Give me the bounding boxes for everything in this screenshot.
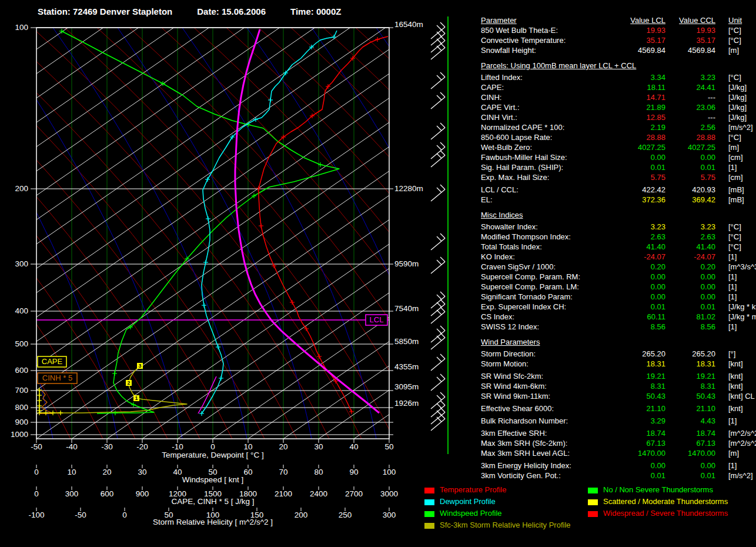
unit: [cm]	[715, 152, 751, 162]
table-row: Max 3km SRH Level AGL:1470.001470.00[m]	[481, 448, 751, 458]
unit: [J/kg]	[715, 92, 751, 102]
table-row: CAPE Virt.:21.8923.06[J/kg]	[481, 102, 751, 112]
unit: [°C]	[715, 25, 751, 35]
value-lcl: 0.00	[614, 272, 665, 282]
axis-tick-label: -50	[75, 511, 86, 519]
value-lcl: 265.20	[614, 349, 665, 359]
table-row: Total Totals Index:41.4041.40[°C]	[481, 242, 751, 252]
axis-tick-label: 2400	[310, 489, 327, 498]
param-name: CAPE Virt.:	[481, 102, 614, 112]
param-name: Sig. Hail Param. (SHIP):	[481, 162, 614, 172]
value-ccl: 0.01	[665, 471, 715, 481]
value-lcl: 0.00	[614, 152, 665, 162]
table-row: Convective Temperature:35.1735.17[°C]	[481, 35, 751, 45]
axis-tick-label: 20	[102, 468, 111, 476]
param-name: SWISS 12 Index:	[481, 322, 614, 332]
table-row: CINH:14.71---[J/kg]	[481, 92, 751, 102]
skewt-chart: 100200300400500600700800900100016540m122…	[0, 0, 470, 547]
height-label: 1926m	[394, 399, 419, 408]
legend-swatch-icon	[424, 511, 434, 517]
table-header-cell: Unit	[715, 15, 751, 25]
table-row: Effective Shear 6000:21.1021.10[knt]	[481, 403, 751, 413]
param-name: 3km Vorticity Gen. Pot.:	[481, 471, 614, 481]
legend-label: Temperature Profile	[440, 485, 506, 494]
lcl-label: LCL	[370, 315, 384, 324]
height-label: 4355m	[394, 362, 419, 371]
value-lcl: 19.21	[614, 371, 665, 381]
unit: [m]	[715, 448, 751, 458]
value-ccl: 3.23	[665, 72, 715, 82]
pressure-tick-label: 700	[15, 386, 28, 395]
value-lcl: 3.34	[614, 72, 665, 82]
axis-tick-label: 80	[314, 468, 323, 476]
value-ccl: 35.17	[665, 35, 715, 45]
table-row: Significant Tornado Param:0.000.00[1]	[481, 292, 751, 302]
height-label: 3095m	[394, 382, 419, 391]
table-row: Modified Thompson Index:2.632.63[°C]	[481, 232, 751, 242]
param-name: LCL / CCL:	[481, 185, 614, 195]
unit: [m/s^2]	[715, 122, 753, 132]
table-row: Snowfall Height:4569.844569.84[m]	[481, 45, 751, 55]
param-name: Exp. Max. Hail Size:	[481, 172, 614, 182]
axis-tick-label: 40	[173, 468, 182, 476]
table-row: 850-600 Lapse Rate:28.8828.88[°C]	[481, 132, 751, 142]
param-name: Showalter Index:	[481, 222, 614, 232]
unit: [knt]	[715, 403, 751, 413]
axis-tick-label: 20	[279, 442, 287, 451]
cinh-profile-line	[39, 390, 52, 413]
table-row: Supercell Comp. Param. LM:0.000.00[1]	[481, 282, 751, 292]
value-lcl: 3.29	[614, 416, 665, 426]
annotation-label: CAPE	[42, 357, 63, 366]
axis-tick-label: 600	[101, 489, 114, 498]
table-row: LCL / CCL:422.42420.93[mB]	[481, 185, 751, 195]
pressure-tick-label: 400	[15, 306, 28, 315]
param-name: Storm Direction:	[481, 349, 614, 359]
value-lcl: 8.56	[614, 322, 665, 332]
value-ccl: 3.23	[665, 222, 715, 232]
legend-label: Dewpoint Profile	[440, 497, 496, 506]
param-name: CAPE:	[481, 82, 614, 92]
unit: [mB]	[715, 185, 751, 195]
axis-title: Windspeed [ knt ]	[182, 475, 243, 484]
param-name: CS Index:	[481, 312, 614, 322]
unit: [1]	[715, 252, 751, 262]
table-header-cell: Parameter	[481, 15, 614, 25]
param-name: Total Totals Index:	[481, 242, 614, 252]
table-row: Lifted Index:3.343.23[°C]	[481, 72, 751, 82]
table-row: 3km Effective SRH:18.7418.74[m^2/s^2]	[481, 428, 751, 438]
value-ccl: 18.31	[665, 359, 715, 369]
sounding-app-window: Station: 72469 Denver StapletonDate: 15.…	[0, 0, 756, 547]
value-ccl: 2.63	[665, 232, 715, 242]
value-ccl: 2.56	[665, 122, 715, 132]
axis-title: CAPE, CINH * 5 [ J/kg ]	[171, 497, 254, 506]
unit: [cm]	[715, 172, 751, 182]
param-name: KO Index:	[481, 252, 614, 262]
table-row: Bulk Richardson Number:3.294.43[1]	[481, 416, 751, 426]
axis-tick-label: 90	[349, 468, 358, 476]
param-name: Modified Thompson Index:	[481, 232, 614, 242]
height-label: 9590m	[394, 259, 419, 268]
table-row: SR Wind Sfc-2km:19.2119.21[knt]	[481, 371, 751, 381]
value-lcl: 2.19	[614, 122, 665, 132]
axis-tick-label: 70	[279, 468, 287, 476]
table-row: Sig. Hail Param. (SHIP):0.010.01[1]	[481, 162, 751, 172]
axis-tick-label: 3000	[380, 489, 398, 498]
annotation-label: CINH * 5	[42, 373, 72, 382]
axis-tick-label: 0	[210, 442, 215, 451]
unit: [m^2/s^2]	[715, 438, 756, 448]
axis-tick-label: 40	[349, 442, 358, 451]
axis-tick-label: 10	[243, 442, 252, 451]
value-ccl: 50.43	[665, 391, 715, 401]
axis-tick-label: 10	[67, 468, 76, 476]
unit: [1]	[715, 322, 751, 332]
table-row: CINH Virt.:12.85---[J/kg]	[481, 112, 751, 122]
unit: [J/kg * m^2/s^2]	[715, 312, 756, 322]
value-lcl: 35.17	[614, 35, 665, 45]
unit: [knt]	[715, 359, 751, 369]
axis-tick-label: -20	[136, 442, 148, 451]
value-lcl: 0.00	[614, 461, 665, 471]
unit: [°C]	[715, 232, 751, 242]
value-lcl: 19.93	[614, 25, 665, 35]
value-ccl: -24.07	[665, 252, 715, 262]
param-name: Significant Tornado Param:	[481, 292, 614, 302]
